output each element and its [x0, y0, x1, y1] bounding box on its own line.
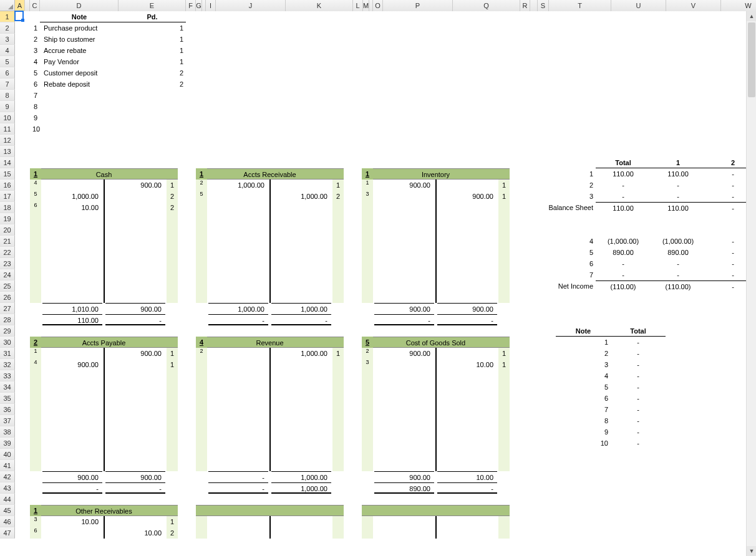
row-header-16[interactable]: 16	[0, 180, 15, 191]
row-header-31[interactable]: 31	[0, 348, 15, 359]
note-number: 9	[30, 112, 40, 123]
column-header-E[interactable]: E	[119, 0, 186, 11]
t-account-body	[362, 516, 510, 539]
column-header-I[interactable]: I	[206, 0, 216, 11]
column-header-W[interactable]: W	[721, 0, 756, 11]
row-header-40[interactable]: 40	[0, 449, 15, 460]
row-header-21[interactable]: 21	[0, 236, 15, 247]
row-header-4[interactable]: 4	[0, 45, 15, 56]
note-number: 5	[30, 67, 40, 79]
row-header-27[interactable]: 27	[0, 303, 15, 314]
column-header-R[interactable]: R	[520, 0, 530, 11]
summary-label: 1	[541, 168, 596, 180]
row-header-5[interactable]: 5	[0, 56, 15, 67]
t-account-footer: 1,010.00900.00110.00-	[30, 303, 178, 325]
row-header-30[interactable]: 30	[0, 337, 15, 348]
column-header-A[interactable]: A	[15, 0, 25, 11]
t-account-footer: 900.00900.00--	[362, 303, 510, 325]
row-header-1[interactable]: 1	[0, 11, 15, 22]
row-header-10[interactable]: 10	[0, 112, 15, 123]
row-header-8[interactable]: 8	[0, 90, 15, 101]
column-header-F[interactable]: F	[186, 0, 196, 11]
row-header-22[interactable]: 22	[0, 247, 15, 258]
entry-credit: 1,000.00	[271, 191, 331, 202]
t-account-title	[362, 505, 510, 516]
row-header-36[interactable]: 36	[0, 404, 15, 415]
vertical-scrollbar[interactable]: ▲ ▼	[746, 11, 756, 556]
row-header-23[interactable]: 23	[0, 258, 15, 269]
scroll-up-arrow[interactable]: ▲	[747, 11, 756, 21]
column-header-T[interactable]: T	[549, 0, 611, 11]
t-account-sum: 1,010.00	[42, 303, 102, 314]
row-header-12[interactable]: 12	[0, 135, 15, 146]
row-header-42[interactable]: 42	[0, 471, 15, 482]
row-header-19[interactable]: 19	[0, 213, 15, 224]
row-header-38[interactable]: 38	[0, 426, 15, 438]
scroll-down-arrow[interactable]: ▼	[747, 546, 756, 556]
entry-debit	[42, 527, 102, 539]
row-header-45[interactable]: 45	[0, 505, 15, 516]
t-account-number: 5	[362, 337, 373, 348]
entry-credit	[105, 516, 165, 527]
row-header-37[interactable]: 37	[0, 415, 15, 426]
row-header-15[interactable]: 15	[0, 168, 15, 180]
row-header-39[interactable]: 39	[0, 438, 15, 449]
row-header-20[interactable]: 20	[0, 224, 15, 236]
note-period	[119, 90, 186, 101]
t-account: Revenue421,000.001-1,000.00-1,000.00	[196, 337, 344, 494]
column-header-P[interactable]: P	[383, 0, 453, 11]
row-header-7[interactable]: 7	[0, 79, 15, 90]
column-header-collapsed[interactable]	[530, 0, 538, 11]
entry-debit	[208, 191, 268, 202]
column-header-J[interactable]: J	[216, 0, 286, 11]
summary2-value: -	[611, 426, 666, 438]
column-header-U[interactable]: U	[611, 0, 666, 11]
column-header-D[interactable]: D	[40, 0, 119, 11]
t-account-number: 1	[362, 168, 373, 180]
column-header-S[interactable]: S	[538, 0, 549, 11]
row-header-32[interactable]: 32	[0, 359, 15, 370]
column-header-O[interactable]: O	[373, 0, 383, 11]
column-header-C[interactable]: C	[30, 0, 40, 11]
row-header-3[interactable]: 3	[0, 34, 15, 45]
scroll-thumb[interactable]	[748, 22, 755, 97]
row-header-14[interactable]: 14	[0, 157, 15, 168]
summary-value: 890.00	[596, 247, 651, 258]
note-period	[119, 112, 186, 123]
row-header-33[interactable]: 33	[0, 370, 15, 381]
column-header-L[interactable]: L	[353, 0, 363, 11]
row-header-29[interactable]: 29	[0, 325, 15, 337]
column-header-M[interactable]: M	[363, 0, 369, 11]
row-header-18[interactable]: 18	[0, 202, 15, 213]
column-header-collapsed[interactable]	[25, 0, 30, 11]
row-header-44[interactable]: 44	[0, 494, 15, 505]
column-header-V[interactable]: V	[666, 0, 721, 11]
row-header-41[interactable]: 41	[0, 460, 15, 471]
row-header-34[interactable]: 34	[0, 381, 15, 393]
t-account-number: 2	[30, 337, 41, 348]
row-header-6[interactable]: 6	[0, 67, 15, 79]
row-header-11[interactable]: 11	[0, 123, 15, 135]
row-header-46[interactable]: 46	[0, 516, 15, 527]
row-header-47[interactable]: 47	[0, 527, 15, 539]
row-header-13[interactable]: 13	[0, 146, 15, 157]
t-account-sum: 900.00	[105, 303, 165, 314]
row-header-17[interactable]: 17	[0, 191, 15, 202]
column-header-G[interactable]: G	[196, 0, 202, 11]
column-header-Q[interactable]: Q	[453, 0, 520, 11]
summary-label: Balance Sheet	[541, 202, 596, 213]
row-header-43[interactable]: 43	[0, 482, 15, 494]
row-header-25[interactable]: 25	[0, 280, 15, 292]
grid-area[interactable]: Note Pd. 1Purchase product12Ship to cust…	[15, 11, 756, 556]
select-all-corner[interactable]	[0, 0, 15, 11]
row-header-2[interactable]: 2	[0, 22, 15, 34]
summary-value: -	[596, 191, 651, 202]
column-header-K[interactable]: K	[286, 0, 353, 11]
row-header-24[interactable]: 24	[0, 269, 15, 280]
entry-period: 2	[167, 191, 177, 202]
row-header-9[interactable]: 9	[0, 101, 15, 112]
row-header-26[interactable]: 26	[0, 292, 15, 303]
row-header-28[interactable]: 28	[0, 314, 15, 325]
row-header-35[interactable]: 35	[0, 393, 15, 404]
summary-label: 7	[541, 269, 596, 280]
